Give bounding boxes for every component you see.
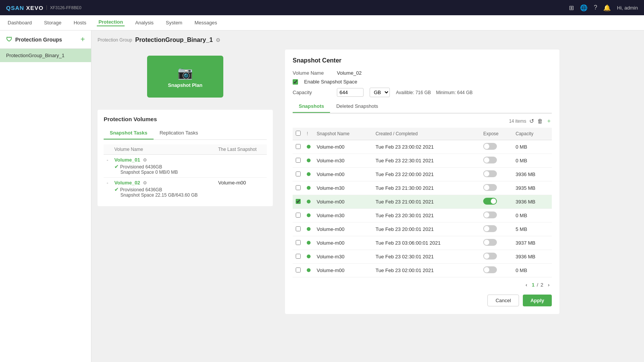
vol1-expand-icon[interactable]: - — [107, 157, 108, 163]
snap-created: Tue Feb 23 23:00:02 2021 — [372, 140, 480, 154]
snap-row-checkbox[interactable] — [296, 144, 301, 149]
snap-row-checkbox[interactable] — [296, 213, 301, 218]
snap-row-checkbox[interactable] — [296, 254, 301, 259]
sidebar-item-protectiongroup-binary-1[interactable]: ProtectionGroup_Binary_1 — [0, 49, 91, 62]
sc-delete-icon[interactable]: 🗑 — [537, 118, 543, 124]
nav-protection[interactable]: Protection — [97, 19, 124, 26]
sc-next-page-button[interactable]: › — [546, 281, 552, 288]
table-row: Volume-m30 Tue Feb 23 02:30:01 2021 3936… — [293, 250, 552, 264]
snap-expose-toggle[interactable] — [483, 225, 497, 232]
vol1-settings-icon[interactable]: ⚙ — [143, 157, 147, 163]
snap-name: Volume-m00 — [314, 140, 372, 154]
breadcrumb-group-name: ProtectionGroup_Binary_1 — [135, 37, 213, 43]
snap-row-checkbox[interactable] — [296, 226, 301, 231]
tab-snapshot-tasks[interactable]: Snapshot Tasks — [104, 127, 154, 139]
snap-capacity: 0 MB — [513, 154, 552, 168]
snap-row-checkbox[interactable] — [296, 240, 301, 245]
vol1-name-link[interactable]: Volume_01 — [114, 157, 140, 163]
snapshot-center-title: Snapshot Center — [293, 57, 552, 64]
device-id: XF3126-FF8BE0 — [46, 5, 82, 10]
vol1-detail: ✔ Provisioned 6436GB Snapshot Space 0 MB… — [114, 163, 212, 175]
snap-expose-toggle[interactable] — [483, 266, 497, 273]
breadcrumb-settings-icon[interactable]: ⚙ — [216, 37, 221, 43]
snap-name: Volume-m00 — [314, 264, 372, 277]
snap-row-checkbox[interactable] — [296, 267, 301, 272]
nav-analysis[interactable]: Analysis — [134, 20, 155, 26]
snap-expose-toggle[interactable] — [483, 198, 497, 205]
sc-tab-deleted-snapshots[interactable]: Deleted Snapshots — [330, 100, 384, 113]
table-row: Volume-m30 Tue Feb 23 20:30:01 2021 0 MB — [293, 209, 552, 223]
snap-created: Tue Feb 23 02:00:01 2021 — [372, 264, 480, 277]
vol1-snap-space-value: 0 MB/0 MB — [155, 170, 178, 175]
vol1-check-icon: ✔ — [114, 163, 119, 170]
vol2-name-link[interactable]: Volume_02 — [114, 180, 140, 186]
nav-storage[interactable]: Storage — [43, 20, 63, 26]
grid-icon[interactable]: ⊞ — [569, 4, 574, 11]
nav-dashboard[interactable]: Dashboard — [6, 20, 34, 26]
snap-row-checkbox[interactable] — [296, 199, 301, 204]
enable-snapshot-checkbox[interactable] — [293, 79, 298, 85]
snap-row-checkbox[interactable] — [296, 171, 301, 176]
sc-add-snapshot-icon[interactable]: ＋ — [546, 117, 552, 125]
table-row: Volume-m00 Tue Feb 23 02:00:01 2021 0 MB — [293, 264, 552, 277]
help-icon[interactable]: ? — [594, 4, 597, 11]
vol2-snap-space-value: 22.15 GB/643.60 GB — [155, 192, 197, 198]
add-group-button[interactable]: + — [80, 35, 85, 44]
snap-expose-toggle[interactable] — [483, 211, 497, 218]
sc-capacity-input[interactable] — [337, 88, 364, 97]
bell-icon[interactable]: 🔔 — [603, 4, 611, 11]
snapshot-table: ! Snapshot Name Created / Completed Expo… — [293, 128, 552, 277]
sc-pagination: ‹ 1 / 2 › — [293, 281, 552, 288]
sc-unit-select[interactable]: GB TB — [370, 88, 390, 97]
camera-icon: 📷 — [178, 66, 193, 80]
sc-capacity-row: Capacity GB TB Availible: 716 GB Minimum… — [293, 88, 552, 97]
main-layout: 🛡 Protection Groups + ProtectionGroup_Bi… — [0, 30, 644, 362]
snap-dot-icon — [307, 145, 311, 149]
sc-enable-label: Enable Snapshot Space — [304, 79, 357, 85]
snapshot-center: Snapshot Center Volume Name Volume_02 En… — [285, 50, 559, 314]
tab-replication-tasks[interactable]: Replication Tasks — [154, 127, 204, 139]
vol2-settings-icon[interactable]: ⚙ — [143, 180, 147, 186]
sc-tab-snapshots[interactable]: Snapshots — [293, 100, 330, 113]
vol1-provisioned-label: Provisioned — [120, 164, 144, 170]
snap-toggle-circle — [484, 240, 489, 245]
snap-name: Volume-m30 — [314, 154, 372, 168]
table-row: - Volume_01 ⚙ ✔ Provisioned 6436GB — [104, 155, 267, 178]
nav-messages[interactable]: Messages — [193, 20, 218, 26]
snap-created: Tue Feb 23 21:00:01 2021 — [372, 195, 480, 209]
snap-row-checkbox[interactable] — [296, 158, 301, 163]
sc-refresh-icon[interactable]: ↺ — [529, 118, 534, 125]
snap-dot-icon — [307, 200, 311, 203]
sidebar: 🛡 Protection Groups + ProtectionGroup_Bi… — [0, 30, 91, 362]
vol2-expand-icon[interactable]: - — [107, 180, 108, 186]
sc-tabs: Snapshots Deleted Snapshots — [293, 100, 552, 114]
sc-prev-page-button[interactable]: ‹ — [523, 281, 529, 288]
snapshot-plan-card[interactable]: 📷 Snapshot Plan — [147, 56, 223, 98]
globe-icon[interactable]: 🌐 — [580, 4, 588, 11]
sc-capacity-label: Capacity — [293, 90, 331, 95]
table-row: Volume-m00 Tue Feb 23 23:00:02 2021 0 MB — [293, 140, 552, 154]
snap-name: Volume-m00 — [314, 195, 372, 209]
snap-header-created: Created / Completed — [372, 128, 480, 140]
table-row: Volume-m00 Tue Feb 23 03:06:00:01 2021 3… — [293, 236, 552, 250]
snap-expose-toggle[interactable] — [483, 157, 497, 163]
apply-button[interactable]: Apply — [523, 295, 552, 306]
snap-dot-icon — [307, 172, 311, 176]
volume-table: Volume Name The Last Snapshot - Volume_0… — [104, 144, 267, 200]
snap-header-capacity: Capacity — [513, 128, 552, 140]
snap-select-all-checkbox[interactable] — [296, 131, 301, 136]
left-panel: 📷 Snapshot Plan Protection Volumes Snaps… — [98, 50, 273, 206]
cancel-button[interactable]: Cancel — [487, 295, 519, 306]
nav-system[interactable]: System — [164, 20, 184, 26]
snap-row-checkbox[interactable] — [296, 185, 301, 190]
snap-expose-toggle[interactable] — [483, 143, 497, 150]
table-row: - Volume_02 ⚙ ✔ Provisioned 6436GB — [104, 178, 267, 200]
snap-expose-toggle[interactable] — [483, 239, 497, 246]
logo-xevo: XEVO — [26, 5, 44, 11]
snap-expose-toggle[interactable] — [483, 184, 497, 191]
snap-expose-toggle[interactable] — [483, 170, 497, 177]
nav-hosts[interactable]: Hosts — [72, 20, 88, 26]
sc-volume-name-row: Volume Name Volume_02 — [293, 70, 552, 76]
snap-expose-toggle[interactable] — [483, 253, 497, 259]
topbar-right: ⊞ 🌐 ? 🔔 Hi, admin — [569, 4, 638, 11]
